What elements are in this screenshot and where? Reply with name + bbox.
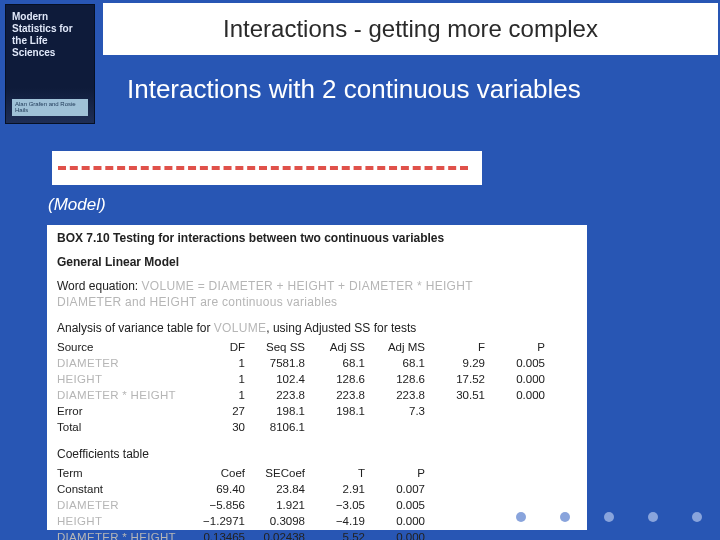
word-eq-label: Word equation:: [57, 279, 138, 293]
table-row: DIAMETER 1 7581.8 68.1 68.1 9.29 0.005: [57, 355, 555, 371]
dot-icon: [516, 512, 526, 522]
col-p: P: [495, 339, 555, 355]
slide-title: Interactions - getting more complex: [223, 15, 598, 43]
table-row: HEIGHT −1.2971 0.3098 −4.19 0.000: [57, 513, 435, 529]
col-adjms: Adj MS: [375, 339, 435, 355]
anova-caption: Analysis of variance table for VOLUME, u…: [57, 321, 577, 335]
coef-table: Term Coef SECoef T P Constant 69.40 23.8…: [57, 465, 435, 540]
dot-icon: [648, 512, 658, 522]
book-authors: Alan Grafen and Rosie Hails: [12, 99, 88, 116]
embedded-label-stripe: [52, 151, 482, 185]
table-header-row: Source DF Seq SS Adj SS Adj MS F P: [57, 339, 555, 355]
anova-table: Source DF Seq SS Adj SS Adj MS F P DIAME…: [57, 339, 555, 435]
model-label: (Model): [48, 193, 131, 217]
word-equation-line: Word equation: VOLUME = DIAMETER + HEIGH…: [57, 279, 577, 293]
box-heading: BOX 7.10 Testing for interactions betwee…: [57, 231, 577, 245]
col-adjss: Adj SS: [315, 339, 375, 355]
table-row: HEIGHT 1 102.4 128.6 128.6 17.52 0.000: [57, 371, 555, 387]
col-df: DF: [195, 339, 255, 355]
stats-box: BOX 7.10 Testing for interactions betwee…: [47, 225, 587, 530]
word-eq: VOLUME = DIAMETER + HEIGHT + DIAMETER * …: [142, 279, 473, 293]
glm-heading: General Linear Model: [57, 255, 577, 269]
col-source: Source: [57, 339, 195, 355]
coef-caption: Coefficients table: [57, 447, 577, 461]
table-row: Error 27 198.1 198.1 7.3: [57, 403, 555, 419]
table-row: DIAMETER * HEIGHT 1 223.8 223.8 223.8 30…: [57, 387, 555, 403]
table-header-row: Term Coef SECoef T P: [57, 465, 435, 481]
slide-subtitle: Interactions with 2 continuous variables: [127, 74, 581, 105]
title-bar: Interactions - getting more complex: [103, 3, 718, 55]
dot-icon: [560, 512, 570, 522]
dot-icon: [692, 512, 702, 522]
slide-dot-strip: [516, 512, 702, 522]
table-row: Constant 69.40 23.84 2.91 0.007: [57, 481, 435, 497]
slide: Modern Statistics for the Life Sciences …: [0, 0, 720, 540]
table-row: Total 30 8106.1: [57, 419, 555, 435]
table-row: DIAMETER −5.856 1.921 −3.05 0.005: [57, 497, 435, 513]
table-row: DIAMETER * HEIGHT 0.13465 0.02438 5.52 0…: [57, 529, 435, 540]
book-cover-thumbnail: Modern Statistics for the Life Sciences …: [5, 4, 95, 124]
dot-icon: [604, 512, 614, 522]
col-f: F: [435, 339, 495, 355]
book-title: Modern Statistics for the Life Sciences: [12, 11, 88, 59]
col-seqss: Seq SS: [255, 339, 315, 355]
continuity-note: DIAMETER and HEIGHT are continuous varia…: [57, 295, 577, 309]
